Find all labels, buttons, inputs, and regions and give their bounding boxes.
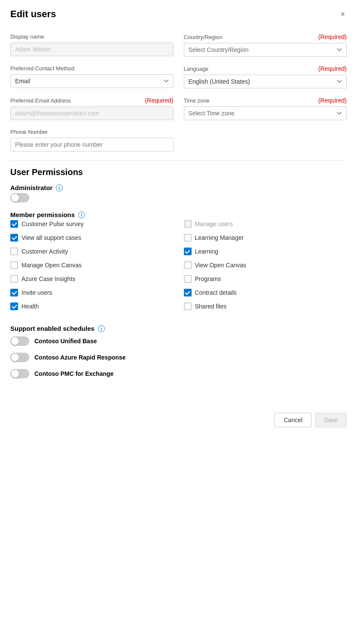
timezone-label: Time zone [184, 97, 210, 104]
permissions-right-col: Manage users Learning Manager Learning [184, 220, 347, 316]
support-schedules-section: Support enabled schedules i Contoso Unif… [10, 325, 347, 378]
display-name-label: Display name [10, 33, 44, 40]
invite-users-label: Invite users [21, 289, 52, 296]
list-item: Contract details [184, 289, 347, 296]
contoso-pmc-label: Contoso PMC for Exchange [34, 370, 113, 377]
programs-label: Programs [195, 275, 221, 282]
list-item: Contoso Unified Base [10, 336, 347, 346]
list-item: Contoso PMC for Exchange [10, 369, 347, 378]
support-schedule-items: Contoso Unified Base Contoso Azure Rapid… [10, 336, 347, 378]
preferred-email-label: Preferred Email Address [10, 97, 71, 104]
cancel-button[interactable]: Cancel [275, 413, 311, 427]
administrator-label: Administrator [10, 184, 52, 191]
close-button[interactable]: × [339, 9, 347, 20]
edit-users-modal: Edit users × Display name Country/Region… [0, 0, 357, 644]
administrator-toggle-container [10, 193, 347, 203]
preferred-email-group: Preferred Email Address (Required) [10, 97, 174, 120]
list-item: Health [10, 302, 174, 310]
list-item: Programs [184, 275, 347, 283]
timezone-select[interactable]: Select Time zone [184, 106, 347, 120]
country-region-group: Country/Region (Required) Select Country… [184, 33, 347, 57]
manage-open-canvas-checkbox[interactable] [10, 261, 18, 269]
list-item: Learning [184, 248, 347, 255]
list-item: Invite users [10, 289, 174, 296]
language-group: Language (Required) English (United Stat… [184, 65, 347, 88]
member-permissions-label-row: Member permissions i [10, 211, 347, 218]
list-item: Shared files [184, 302, 347, 310]
form-row-1: Display name Country/Region (Required) S… [10, 33, 347, 57]
learning-checkbox[interactable] [184, 248, 192, 255]
save-button[interactable]: Save [315, 413, 347, 427]
user-permissions-section: User Permissions Administrator i [10, 167, 347, 378]
azure-case-insights-checkbox[interactable] [10, 275, 18, 283]
display-name-group: Display name [10, 33, 174, 57]
list-item: Learning Manager [184, 234, 347, 242]
customer-pulse-label: Customer Pulse survey [21, 221, 84, 227]
footer-actions: Cancel Save [0, 406, 357, 434]
customer-activity-checkbox[interactable] [10, 248, 18, 255]
list-item: Manage Open Canvas [10, 261, 174, 269]
member-permissions-label: Member permissions [10, 211, 75, 218]
modal-title: Edit users [10, 9, 56, 20]
timezone-required: (Required) [318, 97, 347, 104]
health-label: Health [21, 303, 39, 310]
contoso-unified-label: Contoso Unified Base [34, 338, 97, 345]
view-open-canvas-checkbox[interactable] [184, 261, 192, 269]
phone-input[interactable] [10, 138, 174, 151]
azure-case-insights-label: Azure Case Insights [21, 275, 75, 282]
timezone-group: Time zone (Required) Select Time zone [184, 97, 347, 120]
permissions-left-col: Customer Pulse survey View all support c… [10, 220, 174, 316]
modal-header: Edit users × [0, 0, 357, 27]
member-permissions-group: Member permissions i Customer Pulse surv… [10, 211, 347, 316]
contoso-pmc-toggle[interactable] [10, 369, 29, 378]
administrator-group: Administrator i [10, 184, 347, 203]
permissions-grid: Customer Pulse survey View all support c… [10, 220, 347, 316]
shared-files-checkbox[interactable] [184, 302, 192, 310]
administrator-label-row: Administrator i [10, 184, 347, 191]
form-row-2: Preferred Contact Method Email Phone Lan… [10, 65, 347, 88]
preferred-contact-select[interactable]: Email Phone [10, 74, 174, 88]
shared-files-label: Shared files [195, 303, 227, 310]
contoso-azure-thumb [11, 354, 19, 361]
list-item: View all support cases [10, 234, 174, 242]
programs-checkbox[interactable] [184, 275, 192, 283]
support-schedules-label-row: Support enabled schedules i [10, 325, 347, 332]
contoso-unified-toggle[interactable] [10, 336, 29, 346]
user-permissions-title: User Permissions [10, 167, 347, 177]
view-all-cases-label: View all support cases [21, 234, 81, 241]
contoso-azure-toggle[interactable] [10, 353, 29, 362]
country-region-select[interactable]: Select Country/Region [184, 43, 347, 57]
view-open-canvas-label: View Open Canvas [195, 262, 247, 269]
list-item: View Open Canvas [184, 261, 347, 269]
health-checkbox[interactable] [10, 302, 18, 310]
administrator-info-icon: i [56, 184, 63, 191]
contract-details-checkbox[interactable] [184, 289, 192, 296]
manage-users-checkbox [184, 220, 192, 228]
contoso-azure-track [10, 353, 29, 362]
customer-pulse-checkbox[interactable] [10, 220, 18, 228]
learning-manager-checkbox[interactable] [184, 234, 192, 242]
preferred-email-input[interactable] [10, 106, 174, 120]
display-name-input[interactable] [10, 42, 174, 56]
language-label: Language [184, 66, 209, 72]
support-schedules-label: Support enabled schedules [10, 325, 95, 332]
section-divider [10, 160, 347, 160]
preferred-contact-label: Preferred Contact Method [10, 65, 75, 72]
list-item: Customer Activity [10, 248, 174, 255]
manage-users-label: Manage users [195, 221, 233, 227]
learning-label: Learning [195, 248, 219, 255]
contoso-azure-label: Contoso Azure Rapid Response [34, 354, 126, 361]
contoso-unified-thumb [11, 337, 19, 345]
list-item: Azure Case Insights [10, 275, 174, 283]
country-region-label: Country/Region [184, 34, 223, 40]
language-select[interactable]: English (United States) [184, 75, 347, 88]
view-all-cases-checkbox[interactable] [10, 234, 18, 242]
preferred-contact-group: Preferred Contact Method Email Phone [10, 65, 174, 88]
invite-users-checkbox[interactable] [10, 289, 18, 296]
preferred-email-required: (Required) [145, 97, 173, 104]
list-item: Manage users [184, 220, 347, 228]
customer-activity-label: Customer Activity [21, 248, 68, 255]
country-region-required: (Required) [318, 33, 347, 40]
phone-label: Phone Number [10, 129, 48, 135]
administrator-toggle[interactable] [10, 193, 29, 203]
